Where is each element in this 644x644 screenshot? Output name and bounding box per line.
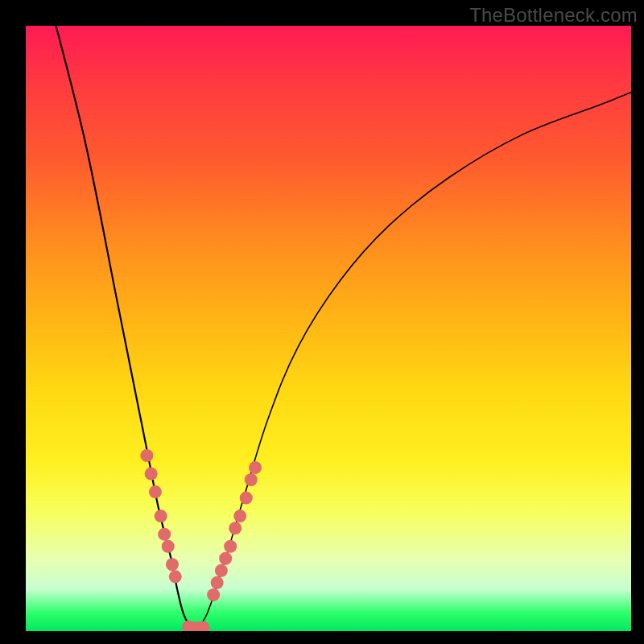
right-curve bbox=[196, 93, 631, 631]
left-marker-dot bbox=[149, 485, 162, 498]
right-marker-dot bbox=[224, 540, 237, 553]
left-marker-dot bbox=[169, 570, 182, 583]
watermark-text: TheBottleneck.com bbox=[469, 4, 638, 27]
left-marker-dot bbox=[158, 528, 171, 541]
left-marker-dot bbox=[140, 449, 153, 462]
left-marker-dot bbox=[162, 540, 175, 553]
left-curve bbox=[56, 26, 196, 631]
chart-svg bbox=[26, 26, 631, 631]
left-marker-dot bbox=[155, 510, 167, 522]
right-marker-dot bbox=[240, 492, 253, 505]
right-marker-dot bbox=[245, 473, 258, 486]
left-marker-dot bbox=[166, 558, 179, 571]
chart-frame: TheBottleneck.com bbox=[0, 0, 644, 644]
right-marker-dot bbox=[233, 510, 246, 522]
right-marker-dot bbox=[215, 564, 228, 577]
right-marker-dot bbox=[207, 588, 220, 601]
right-marker-dot bbox=[211, 576, 224, 589]
right-marker-dot bbox=[219, 552, 232, 565]
left-marker-dot bbox=[145, 467, 158, 480]
right-marker-dot bbox=[229, 522, 242, 535]
right-marker-dot bbox=[249, 461, 262, 474]
